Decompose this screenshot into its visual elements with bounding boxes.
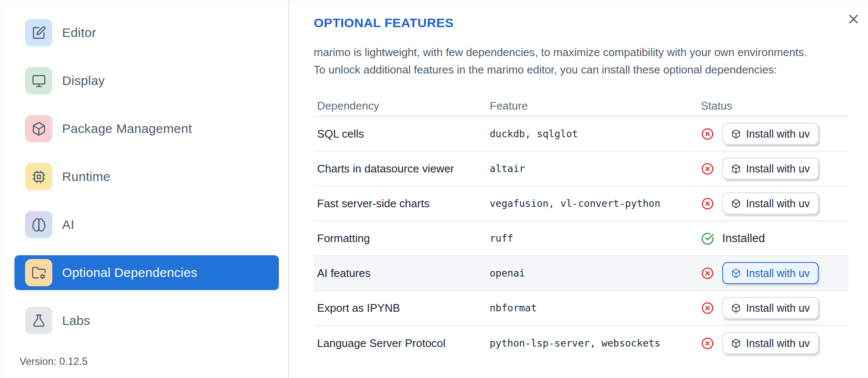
feature-cell: python-lsp-server, websockets xyxy=(486,338,698,349)
sidebar-item-label: Editor xyxy=(62,25,96,40)
install-with-uv-button[interactable]: Install with uv xyxy=(722,123,819,145)
check-circle-icon xyxy=(701,232,714,245)
close-icon xyxy=(847,13,860,25)
package-icon xyxy=(731,339,741,348)
sidebar-item-runtime[interactable]: Runtime xyxy=(14,159,279,194)
sidebar-item-label: Optional Dependencies xyxy=(62,265,197,280)
install-button-label: Install with uv xyxy=(746,197,810,210)
column-header-status: Status xyxy=(698,99,848,113)
package-icon xyxy=(731,199,741,209)
feature-cell: ruff xyxy=(486,233,698,244)
install-with-uv-button[interactable]: Install with uv xyxy=(722,158,819,180)
dependency-cell: SQL cells xyxy=(314,127,486,141)
folder-cog-icon xyxy=(25,259,52,286)
install-button-label: Install with uv xyxy=(746,128,810,140)
dependencies-table: Dependency Feature Status SQL cellsduckd… xyxy=(314,96,848,361)
cpu-icon xyxy=(25,163,52,190)
table-row-fast-server-side-charts: Fast server-side chartsvegafusion, vl-co… xyxy=(314,186,848,221)
package-icon xyxy=(25,115,52,142)
table-row-formatting: FormattingruffInstalled xyxy=(314,221,848,256)
column-header-feature: Feature xyxy=(486,99,698,113)
column-header-dependency: Dependency xyxy=(314,99,486,113)
package-icon xyxy=(731,164,741,174)
install-button-label: Install with uv xyxy=(746,267,810,279)
sidebar-item-labs[interactable]: Labs xyxy=(14,303,279,338)
install-button-label: Install with uv xyxy=(746,337,810,350)
dependency-cell: Formatting xyxy=(314,232,486,245)
table-row-ai-features: AI featuresopenaiInstall with uv xyxy=(314,256,848,291)
package-icon xyxy=(731,303,741,313)
panel-description: marimo is lightweight, with few dependen… xyxy=(314,44,868,79)
dependency-cell: Language Server Protocol xyxy=(314,337,486,350)
table-body: SQL cellsduckdb, sqlglotInstall with uvC… xyxy=(314,117,848,361)
sidebar-item-ai[interactable]: AI xyxy=(14,207,279,242)
settings-dialog: EditorDisplayPackage ManagementRuntimeAI… xyxy=(0,0,868,378)
x-circle-icon xyxy=(701,267,714,280)
x-circle-icon xyxy=(701,197,714,210)
status-label: Installed xyxy=(722,232,765,245)
monitor-icon xyxy=(25,67,52,94)
table-row-sql-cells: SQL cellsduckdb, sqlglotInstall with uv xyxy=(314,117,848,152)
x-circle-icon xyxy=(701,162,714,175)
page-title: OPTIONAL FEATURES xyxy=(314,16,868,30)
dependency-cell: Export as IPYNB xyxy=(314,302,486,315)
install-button-label: Install with uv xyxy=(746,302,810,314)
status-cell: Install with uv xyxy=(698,123,848,145)
status-cell: Install with uv xyxy=(698,158,848,180)
x-circle-icon xyxy=(701,337,714,350)
package-icon xyxy=(731,268,741,278)
description-line-2: To unlock additional features in the mar… xyxy=(314,61,868,79)
sidebar-item-label: Runtime xyxy=(62,169,111,184)
table-row-export-as-ipynb: Export as IPYNBnbformatInstall with uv xyxy=(314,291,848,326)
package-icon xyxy=(731,129,741,139)
version-label: Version: 0.12.5 xyxy=(20,355,288,367)
dependency-cell: Fast server-side charts xyxy=(314,197,486,210)
status-cell: Install with uv xyxy=(698,192,848,214)
install-button-label: Install with uv xyxy=(746,163,810,175)
description-line-1: marimo is lightweight, with few dependen… xyxy=(314,44,868,61)
sidebar-nav: EditorDisplayPackage ManagementRuntimeAI… xyxy=(0,15,288,351)
feature-cell: openai xyxy=(486,268,698,279)
table-row-charts-in-datasource-viewer: Charts in datasource vieweraltairInstall… xyxy=(314,152,848,186)
optional-features-panel: OPTIONAL FEATURES marimo is lightweight,… xyxy=(289,0,868,378)
settings-sidebar: EditorDisplayPackage ManagementRuntimeAI… xyxy=(0,0,289,378)
brain-icon xyxy=(25,211,52,238)
feature-cell: altair xyxy=(486,163,698,174)
dependency-cell: AI features xyxy=(314,267,486,280)
install-with-uv-button[interactable]: Install with uv xyxy=(722,192,819,214)
sidebar-item-package-management[interactable]: Package Management xyxy=(14,111,279,146)
table-header: Dependency Feature Status xyxy=(314,96,848,117)
status-cell: Install with uv xyxy=(698,262,848,284)
feature-cell: duckdb, sqlglot xyxy=(486,128,698,139)
status-cell: Install with uv xyxy=(698,297,848,319)
x-circle-icon xyxy=(701,302,714,315)
install-with-uv-button[interactable]: Install with uv xyxy=(722,332,819,354)
status-cell: Installed xyxy=(698,232,848,245)
close-button[interactable] xyxy=(846,11,861,27)
install-with-uv-button[interactable]: Install with uv xyxy=(722,297,819,319)
status-cell: Install with uv xyxy=(698,332,848,354)
sidebar-item-display[interactable]: Display xyxy=(14,63,279,98)
sidebar-item-label: Labs xyxy=(62,313,90,328)
x-circle-icon xyxy=(701,127,714,141)
sidebar-item-editor[interactable]: Editor xyxy=(14,15,279,50)
feature-cell: vegafusion, vl-convert-python xyxy=(486,198,698,209)
flask-icon xyxy=(25,307,52,334)
install-with-uv-button[interactable]: Install with uv xyxy=(722,262,819,284)
sidebar-item-label: Package Management xyxy=(62,121,192,136)
sidebar-item-optional-dependencies[interactable]: Optional Dependencies xyxy=(14,255,279,290)
feature-cell: nbformat xyxy=(486,302,698,313)
table-row-language-server-protocol: Language Server Protocolpython-lsp-serve… xyxy=(314,326,848,361)
dependency-cell: Charts in datasource viewer xyxy=(314,162,486,175)
sidebar-item-label: Display xyxy=(62,73,105,88)
sidebar-item-label: AI xyxy=(62,217,74,232)
edit-icon xyxy=(25,19,52,46)
